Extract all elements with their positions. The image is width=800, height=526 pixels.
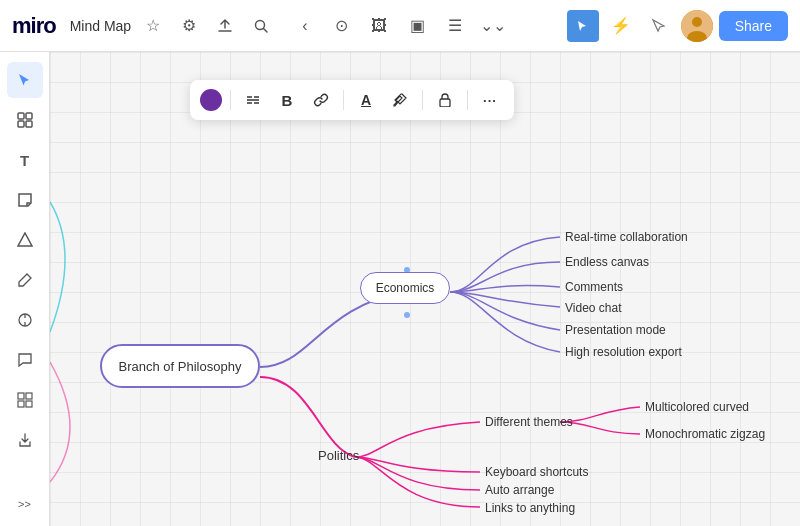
svg-point-23 <box>404 312 410 318</box>
logo: miro <box>12 13 56 39</box>
link-button[interactable] <box>307 86 335 114</box>
more-center-icon[interactable]: ⌄⌄ <box>477 10 509 42</box>
format-toolbar: B A ··· <box>190 80 514 120</box>
child-comments[interactable]: Comments <box>565 280 623 294</box>
lock-button[interactable] <box>431 86 459 114</box>
toolbar-separator-4 <box>467 90 468 110</box>
upload-icon[interactable] <box>211 12 239 40</box>
settings-icon[interactable]: ⚙ <box>175 12 203 40</box>
board-title[interactable]: Mind Map <box>70 18 131 34</box>
center-node[interactable]: Branch of Philosophy <box>100 344 260 388</box>
select-tool[interactable] <box>7 62 43 98</box>
shapes-tool[interactable] <box>7 222 43 258</box>
child-endless-canvas[interactable]: Endless canvas <box>565 255 649 269</box>
child-real-time[interactable]: Real-time collaboration <box>565 230 688 244</box>
color-picker[interactable] <box>200 89 222 111</box>
svg-rect-15 <box>26 401 32 407</box>
import-tool[interactable] <box>7 422 43 458</box>
toolbar-separator-2 <box>343 90 344 110</box>
cursor-tool-icon[interactable] <box>567 10 599 42</box>
svg-marker-8 <box>18 233 32 246</box>
topbar-right: ⚡ Share <box>567 10 788 42</box>
child-different-themes[interactable]: Different themes <box>485 415 573 429</box>
left-sidebar: T <box>0 52 50 526</box>
more-options-button[interactable]: ··· <box>476 86 504 114</box>
share-button[interactable]: Share <box>719 11 788 41</box>
toolbar-separator-1 <box>230 90 231 110</box>
svg-rect-13 <box>26 393 32 399</box>
toolbar-separator-3 <box>422 90 423 110</box>
search-icon[interactable] <box>247 12 275 40</box>
lightning-icon[interactable]: ⚡ <box>605 10 637 42</box>
star-icon[interactable]: ☆ <box>139 12 167 40</box>
collab-cursor-icon[interactable] <box>643 10 675 42</box>
nav-left-icon[interactable]: ‹ <box>291 12 319 40</box>
comment-tool[interactable] <box>7 342 43 378</box>
timer-center-icon[interactable]: ⊙ <box>325 10 357 42</box>
svg-rect-14 <box>18 401 24 407</box>
center-toolbar: ‹ ⊙ 🖼 ▣ ☰ ⌄⌄ <box>291 10 509 42</box>
economics-node[interactable]: Economics <box>360 272 450 304</box>
svg-rect-12 <box>18 393 24 399</box>
list-icon[interactable]: ☰ <box>439 10 471 42</box>
svg-rect-6 <box>18 121 24 127</box>
align-icon[interactable] <box>239 86 267 114</box>
svg-point-2 <box>692 17 702 27</box>
svg-rect-4 <box>18 113 24 119</box>
svg-rect-21 <box>440 99 450 107</box>
child-multicolored[interactable]: Multicolored curved <box>645 400 749 414</box>
text-tool[interactable]: T <box>7 142 43 178</box>
more-tools[interactable]: >> <box>7 492 43 516</box>
user-avatar[interactable] <box>681 10 713 42</box>
topbar: miro Mind Map ☆ ⚙ ‹ ⊙ 🖼 ▣ ☰ ⌄⌄ ⚡ <box>0 0 800 52</box>
child-links[interactable]: Links to anything <box>485 501 575 515</box>
pen-tool[interactable] <box>7 262 43 298</box>
canvas[interactable]: B A ··· <box>50 52 800 526</box>
highlight-button[interactable] <box>386 86 414 114</box>
child-presentation[interactable]: Presentation mode <box>565 323 666 337</box>
underline-button[interactable]: A <box>352 86 380 114</box>
image-icon[interactable]: 🖼 <box>363 10 395 42</box>
politics-node[interactable]: Politics <box>318 448 359 463</box>
svg-rect-5 <box>26 113 32 119</box>
compass-tool[interactable] <box>7 302 43 338</box>
child-video-chat[interactable]: Video chat <box>565 301 622 315</box>
child-auto-arrange[interactable]: Auto arrange <box>485 483 554 497</box>
child-high-res[interactable]: High resolution export <box>565 345 682 359</box>
frames-tool[interactable] <box>7 102 43 138</box>
sticky-note-tool[interactable] <box>7 182 43 218</box>
child-monochromatic[interactable]: Monochromatic zigzag <box>645 427 765 441</box>
grid-tool[interactable] <box>7 382 43 418</box>
video-icon[interactable]: ▣ <box>401 10 433 42</box>
svg-rect-7 <box>26 121 32 127</box>
bold-button[interactable]: B <box>273 86 301 114</box>
child-keyboard[interactable]: Keyboard shortcuts <box>485 465 588 479</box>
